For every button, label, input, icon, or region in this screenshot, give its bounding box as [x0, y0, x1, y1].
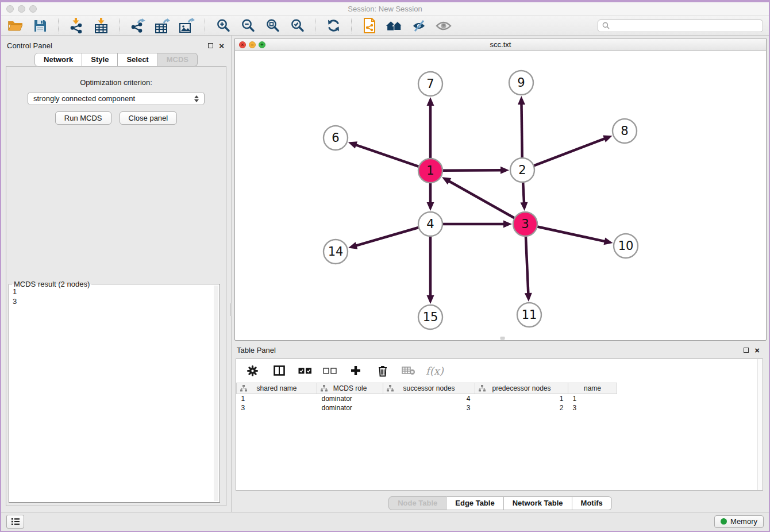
- select-all-button[interactable]: [298, 362, 313, 379]
- save-session-button[interactable]: [32, 17, 49, 34]
- close-window-button[interactable]: [6, 5, 14, 13]
- search-box[interactable]: [598, 20, 763, 32]
- close-panel-icon[interactable]: ×: [219, 43, 224, 49]
- table-row[interactable]: 1dominator411: [237, 394, 617, 403]
- graph-node-label: 10: [618, 239, 634, 253]
- table-cell[interactable]: 1: [568, 394, 617, 403]
- graph-edge-2-9[interactable]: [521, 103, 522, 158]
- tab-motifs[interactable]: Motifs: [572, 496, 612, 510]
- memory-button[interactable]: Memory: [714, 515, 764, 528]
- table-cell[interactable]: dominator: [317, 403, 383, 413]
- network-close-button[interactable]: ×: [239, 41, 246, 48]
- table-settings-button[interactable]: [244, 362, 261, 379]
- table-cell[interactable]: 3: [568, 403, 617, 413]
- zoom-out-button[interactable]: [239, 17, 256, 34]
- tab-edge-table[interactable]: Edge Table: [446, 496, 503, 510]
- close-panel-button[interactable]: Close panel: [120, 111, 178, 125]
- float-panel-icon[interactable]: [208, 43, 213, 48]
- column-tree-icon: [240, 385, 247, 392]
- zoom-selected-button[interactable]: [288, 17, 306, 34]
- table-row[interactable]: 3dominator323: [237, 403, 617, 413]
- graph-edge-arrowhead: [525, 293, 532, 302]
- show-columns-button[interactable]: [271, 362, 288, 379]
- graph-edge-3-11[interactable]: [526, 236, 528, 294]
- show-hide-graphics-button[interactable]: [410, 17, 428, 34]
- column-header[interactable]: successor nodes: [383, 383, 475, 394]
- export-table-button[interactable]: [153, 17, 171, 34]
- minimize-window-button[interactable]: [18, 5, 25, 13]
- home-button[interactable]: [386, 17, 403, 34]
- task-history-button[interactable]: [6, 515, 24, 529]
- run-mcds-button[interactable]: Run MCDS: [55, 111, 111, 125]
- network-window-titlebar: × − + scc.txt: [235, 38, 766, 51]
- table-cell[interactable]: 4: [383, 394, 475, 403]
- table-cell[interactable]: 1: [237, 394, 317, 403]
- export-network-button[interactable]: [129, 17, 146, 34]
- close-table-panel-icon[interactable]: ×: [754, 348, 760, 353]
- column-header[interactable]: name: [568, 383, 617, 394]
- table-cell[interactable]: 3: [237, 403, 317, 413]
- float-table-panel-icon[interactable]: [744, 348, 749, 353]
- canvas-resize-handle[interactable]: [500, 337, 505, 340]
- table-cell[interactable]: dominator: [317, 394, 383, 403]
- criterion-select[interactable]: strongly connected component: [28, 92, 205, 105]
- table-scrollbar[interactable]: [757, 359, 763, 490]
- network-view-window: × − + scc.txt 7968124314101511: [234, 38, 767, 341]
- fit-content-button[interactable]: [264, 17, 281, 34]
- graph-edge-4-14[interactable]: [356, 228, 419, 246]
- window-titlebar: Session: New Session: [1, 2, 769, 16]
- tab-mcds[interactable]: MCDS: [158, 53, 198, 67]
- graph-edge-3-10[interactable]: [537, 227, 606, 242]
- network-graph[interactable]: 7968124314101511: [235, 51, 765, 340]
- open-session-button[interactable]: [7, 17, 24, 34]
- select-spinner-icon: [194, 95, 199, 102]
- fit-content-icon: [265, 18, 280, 33]
- graph-node-label: 15: [423, 310, 438, 324]
- graphics-details-button[interactable]: [435, 17, 452, 34]
- network-canvas[interactable]: 7968124314101511: [235, 51, 766, 340]
- refresh-layout-icon: [326, 18, 341, 33]
- result-scrollbar[interactable]: [214, 286, 218, 501]
- network-maximize-button[interactable]: +: [259, 41, 265, 48]
- column-header[interactable]: predecessor nodes: [475, 383, 568, 394]
- tab-style[interactable]: Style: [82, 53, 118, 67]
- graph-edge-3-1[interactable]: [448, 181, 514, 218]
- column-header[interactable]: MCDS role: [317, 383, 383, 394]
- zoom-in-button[interactable]: [214, 17, 232, 34]
- table-cell[interactable]: 1: [475, 394, 568, 403]
- deselect-all-button[interactable]: [322, 362, 337, 379]
- status-bar: Memory: [1, 512, 769, 531]
- search-input[interactable]: [612, 21, 759, 30]
- graph-node-label: 4: [426, 217, 434, 231]
- apply-layout-button[interactable]: [325, 17, 342, 34]
- graph-node-label: 11: [522, 308, 537, 322]
- zoom-window-button[interactable]: [29, 5, 37, 13]
- graph-node-label: 14: [328, 245, 344, 259]
- table-cell[interactable]: 2: [475, 403, 568, 413]
- tab-select[interactable]: Select: [118, 53, 157, 67]
- graph-node-label: 8: [621, 124, 628, 138]
- function-builder-button[interactable]: f(x): [426, 365, 444, 377]
- graph-edge-1-2[interactable]: [442, 170, 502, 171]
- delete-column-button[interactable]: [374, 362, 391, 379]
- graph-edge-1-6[interactable]: [355, 145, 419, 167]
- add-column-button[interactable]: [347, 362, 364, 379]
- tab-network-table[interactable]: Network Table: [504, 496, 572, 510]
- import-network-button[interactable]: [68, 17, 85, 34]
- tab-node-table[interactable]: Node Table: [388, 496, 446, 510]
- graph-edge-2-3[interactable]: [523, 182, 524, 203]
- network-minimize-button[interactable]: −: [249, 41, 256, 48]
- open-in-web-button[interactable]: [361, 17, 378, 34]
- mcds-result-text[interactable]: 1 3: [10, 286, 213, 501]
- table-cell[interactable]: 3: [383, 403, 475, 413]
- column-header[interactable]: shared name: [237, 383, 317, 394]
- graph-edge-2-8[interactable]: [534, 138, 605, 165]
- export-image-button[interactable]: [178, 17, 195, 34]
- delete-table-button[interactable]: [401, 362, 416, 379]
- zoom-selected-icon: [290, 18, 305, 33]
- tab-network[interactable]: Network: [34, 53, 82, 67]
- export-table-icon: [155, 18, 170, 34]
- import-table-button[interactable]: [93, 17, 110, 34]
- memory-label: Memory: [730, 517, 757, 526]
- graph-node-label: 9: [517, 76, 525, 90]
